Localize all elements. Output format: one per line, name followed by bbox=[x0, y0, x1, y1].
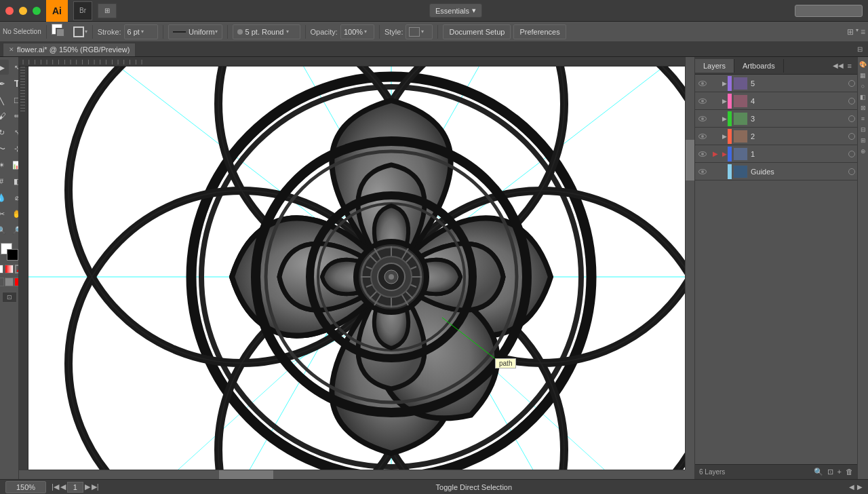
free-transform-tool[interactable]: ⊹ bbox=[9, 141, 19, 156]
document-setup-button[interactable]: Document Setup bbox=[443, 24, 511, 39]
layer-expand-5[interactable]: ▶ bbox=[721, 80, 728, 87]
layer-target-5[interactable] bbox=[846, 80, 857, 87]
overflow-icon[interactable]: ≡ bbox=[861, 27, 865, 37]
zoom-tool[interactable]: 🔍 bbox=[0, 223, 9, 238]
layer-target-3[interactable] bbox=[846, 115, 857, 122]
layer-row[interactable]: ▶ 3 bbox=[695, 110, 857, 128]
layer-lock-1[interactable]: ▶ bbox=[710, 150, 721, 157]
screen-mode[interactable]: ⊡ bbox=[2, 292, 17, 303]
mesh-tool[interactable]: # bbox=[0, 174, 9, 189]
color-icon[interactable]: 🎨 bbox=[859, 61, 867, 68]
scissors-tool[interactable]: ✂ bbox=[0, 206, 9, 221]
symbol-tool[interactable]: ✴ bbox=[0, 157, 9, 172]
stroke-color-box[interactable] bbox=[7, 249, 18, 261]
new-layer-icon[interactable]: + bbox=[837, 468, 842, 476]
preferences-button[interactable]: Preferences bbox=[513, 24, 566, 39]
graph-tool[interactable]: 📊 bbox=[9, 157, 19, 172]
maximize-button[interactable] bbox=[33, 7, 41, 15]
gradient-tool[interactable]: ◧ bbox=[9, 174, 19, 189]
scale-tool[interactable]: ⤡ bbox=[9, 125, 19, 140]
layer-expand-1[interactable]: ▶ bbox=[721, 151, 728, 157]
opacity-select[interactable]: 100% ▾ bbox=[340, 24, 374, 39]
layer-row[interactable]: ▶ 5 bbox=[695, 75, 857, 92]
vertical-scrollbar[interactable] bbox=[685, 57, 694, 470]
direct-select-tool[interactable]: ↖ bbox=[9, 60, 19, 75]
layer-row[interactable]: ▶ 4 bbox=[695, 92, 857, 110]
search-layers-icon[interactable]: 🔍 bbox=[814, 468, 823, 476]
stroke-color[interactable] bbox=[56, 28, 65, 37]
layer-visibility-3[interactable] bbox=[695, 116, 710, 121]
close-button[interactable] bbox=[5, 7, 14, 15]
layer-target-2[interactable] bbox=[846, 133, 857, 140]
select-tool[interactable]: ▶ bbox=[0, 60, 9, 75]
page-number-input[interactable] bbox=[67, 482, 83, 493]
status-arrow-left[interactable]: ◀ bbox=[849, 483, 854, 491]
canvas-area[interactable]: | | | | | | | | | | | | | | | | | | | | … bbox=[19, 57, 694, 479]
layer-visibility-1[interactable] bbox=[695, 151, 710, 157]
make-clip-icon[interactable]: ⊡ bbox=[827, 468, 833, 476]
rotate-tool[interactable]: ↻ bbox=[0, 125, 9, 140]
fill-stroke-selector[interactable] bbox=[52, 24, 71, 40]
search-input[interactable] bbox=[795, 5, 863, 17]
layer-target-guides[interactable] bbox=[846, 168, 857, 175]
minimize-button[interactable] bbox=[19, 7, 27, 15]
first-page-btn[interactable]: |◀ bbox=[52, 482, 59, 491]
vertical-scroll-thumb[interactable] bbox=[686, 140, 694, 180]
appearance-icon[interactable]: ≡ bbox=[861, 115, 865, 122]
pathfinder-icon[interactable]: ⊕ bbox=[861, 148, 866, 155]
status-arrow-right[interactable]: ▶ bbox=[857, 483, 863, 491]
layer-target-4[interactable] bbox=[846, 98, 857, 104]
layer-visibility-guides[interactable] bbox=[695, 169, 710, 174]
layer-expand-2[interactable]: ▶ bbox=[721, 133, 728, 140]
next-page-btn[interactable]: ▶ bbox=[85, 482, 90, 491]
last-page-btn[interactable]: ▶| bbox=[92, 482, 99, 491]
layer-row-guides[interactable]: Guides bbox=[695, 163, 857, 180]
layer-row[interactable]: ▶ 2 bbox=[695, 128, 857, 145]
hand-tool[interactable]: ✋ bbox=[9, 206, 19, 221]
artboards-tab[interactable]: Artboards bbox=[734, 59, 784, 73]
arrange-icon[interactable]: ⊞ bbox=[847, 27, 854, 37]
color-selector[interactable] bbox=[1, 243, 18, 262]
stroke-value-select[interactable]: 6 pt ▾ bbox=[124, 24, 158, 39]
layer-visibility-2[interactable] bbox=[695, 134, 710, 139]
panel-menu[interactable]: ≡ bbox=[845, 62, 854, 70]
color-mode-gradient[interactable] bbox=[5, 265, 14, 273]
horizontal-scrollbar[interactable] bbox=[19, 470, 685, 479]
zoom-out-tool[interactable]: 🔎 bbox=[9, 223, 19, 238]
pencil-tool[interactable]: ✏ bbox=[9, 109, 19, 124]
blend-tool[interactable]: ⌀ bbox=[9, 190, 19, 205]
align-icon[interactable]: ⊟ bbox=[861, 126, 866, 133]
document-tab[interactable]: ✕ flower.ai* @ 150% (RGB/Preview) bbox=[3, 43, 136, 56]
paintbrush-tool[interactable]: 🖌 bbox=[0, 109, 9, 124]
color-mode-color[interactable] bbox=[0, 265, 3, 273]
swatches-icon[interactable]: ▦ bbox=[860, 72, 866, 79]
rect-tool[interactable]: □ bbox=[9, 92, 19, 107]
toolbar-overflow-chevron[interactable]: ▾ bbox=[856, 27, 859, 37]
panel-expand-left[interactable]: ◀◀ bbox=[833, 62, 844, 70]
tab-arrange-icon[interactable]: ⊟ bbox=[857, 45, 863, 53]
view-mode-2[interactable] bbox=[5, 278, 14, 286]
horizontal-scroll-thumb[interactable] bbox=[219, 470, 273, 479]
workspace-button[interactable]: Essentials ▾ bbox=[429, 3, 482, 18]
type-tool[interactable]: T bbox=[9, 76, 19, 91]
stroke-panel-icon[interactable]: ○ bbox=[861, 83, 865, 90]
layers-tab[interactable]: Layers bbox=[695, 59, 734, 73]
arrange-button[interactable]: ⊞ bbox=[98, 3, 117, 18]
eyedropper-tool[interactable]: 💧 bbox=[0, 190, 9, 205]
tab-close-btn[interactable]: ✕ bbox=[9, 46, 14, 53]
gradient-panel-icon[interactable]: ◧ bbox=[860, 94, 866, 100]
view-mode-1[interactable] bbox=[0, 278, 4, 286]
transparency-icon[interactable]: ⊠ bbox=[861, 104, 866, 111]
bridge-icon[interactable]: Br bbox=[73, 1, 92, 20]
view-mode-3[interactable] bbox=[14, 278, 19, 286]
warp-tool[interactable]: 〜 bbox=[0, 141, 9, 156]
transform-icon[interactable]: ⊞ bbox=[861, 137, 866, 144]
layer-target-1[interactable] bbox=[846, 151, 857, 157]
style-select[interactable]: ▾ bbox=[406, 24, 433, 39]
layer-row[interactable]: ▶ ▶ 1 bbox=[695, 145, 857, 163]
pen-tool[interactable]: ✒ bbox=[0, 76, 9, 91]
point-size-select[interactable]: 5 pt. Round ▾ bbox=[233, 24, 300, 39]
stroke-swatch-box[interactable] bbox=[73, 26, 84, 37]
layer-expand-3[interactable]: ▶ bbox=[721, 115, 728, 122]
layer-expand-4[interactable]: ▶ bbox=[721, 98, 728, 104]
